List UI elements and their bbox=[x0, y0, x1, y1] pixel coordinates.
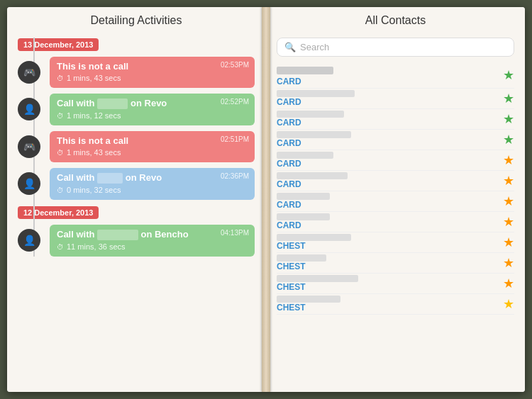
contact-name bbox=[277, 131, 351, 138]
activity-time: 02:53PM bbox=[221, 61, 249, 69]
activity-card-4[interactable]: 02:36PM Call with on Revo ⏱ 0 mins, 32 s… bbox=[50, 168, 255, 200]
activity-icon: 🎮 bbox=[18, 61, 40, 84]
contact-star[interactable]: ★ bbox=[503, 67, 514, 83]
contacts-list: CARD ★ CARD ★ CARD ★ bbox=[277, 62, 514, 315]
clock-icon: ⏱ bbox=[57, 74, 64, 82]
contact-star[interactable]: ★ bbox=[503, 173, 514, 189]
list-item[interactable]: CARD ★ bbox=[277, 130, 514, 150]
contact-tag: CHEST bbox=[277, 282, 499, 292]
activity-card-3[interactable]: 02:51PM This is not a call ⏱ 1 mins, 43 … bbox=[50, 131, 255, 162]
contact-info: CARD bbox=[277, 111, 499, 128]
timeline-item: 👤 02:52PM Call with on Revo ⏱ 1 mins, 12… bbox=[50, 94, 255, 125]
activity-card-5[interactable]: 04:13PM Call with on Bencho ⏱ 11 mins, 3… bbox=[50, 225, 255, 257]
activity-duration: ⏱ 0 mins, 32 secs bbox=[57, 186, 248, 194]
right-page: All Contacts 🔍 Search CARD ★ CARD ★ bbox=[266, 7, 525, 392]
timeline-item: 🎮 02:53PM This is not a call ⏱ 1 mins, 4… bbox=[50, 57, 255, 88]
contact-tag: CARD bbox=[277, 159, 499, 169]
activity-title: This is not a call bbox=[57, 135, 248, 146]
contact-star[interactable]: ★ bbox=[503, 132, 514, 147]
contact-tag: CARD bbox=[277, 118, 499, 128]
contact-star[interactable]: ★ bbox=[503, 91, 514, 106]
activity-time: 04:13PM bbox=[221, 229, 249, 237]
clock-icon: ⏱ bbox=[57, 149, 64, 157]
activity-card-2[interactable]: 02:52PM Call with on Revo ⏱ 1 mins, 12 s… bbox=[50, 94, 255, 125]
activity-title: Call with on Revo bbox=[57, 98, 248, 109]
contact-info: CHEST bbox=[277, 296, 499, 313]
contact-name bbox=[277, 152, 333, 159]
contact-info: CARD bbox=[277, 172, 499, 189]
activity-title: Call with on Bencho bbox=[57, 229, 248, 240]
clock-icon: ⏱ bbox=[57, 112, 64, 120]
contact-tag: CARD bbox=[277, 77, 499, 86]
activity-duration: ⏱ 1 mins, 12 secs bbox=[57, 111, 248, 120]
contact-star[interactable]: ★ bbox=[503, 152, 514, 168]
contact-star[interactable]: ★ bbox=[503, 276, 514, 291]
contact-info: CARD bbox=[277, 131, 499, 148]
left-page: Detailing Activities 13 December, 2013 🎮… bbox=[7, 7, 266, 392]
contact-name bbox=[277, 172, 348, 179]
timeline: 13 December, 2013 🎮 02:53PM This is not … bbox=[18, 38, 255, 257]
list-item[interactable]: CARD ★ bbox=[277, 171, 514, 191]
list-item[interactable]: CARD ★ bbox=[277, 89, 514, 109]
date-badge-2: 12 December, 2013 bbox=[18, 206, 99, 219]
contact-name bbox=[277, 213, 330, 220]
contact-tag: CHEST bbox=[277, 303, 499, 313]
search-bar[interactable]: 🔍 Search bbox=[277, 38, 514, 57]
activity-icon: 👤 bbox=[18, 229, 40, 252]
contact-info: CARD bbox=[277, 90, 499, 107]
book-container: Detailing Activities 13 December, 2013 🎮… bbox=[7, 7, 525, 392]
left-page-title: Detailing Activities bbox=[18, 14, 255, 30]
contact-info: CARD bbox=[277, 213, 499, 230]
contact-tag: CARD bbox=[277, 200, 499, 210]
activity-duration: ⏱ 1 mins, 43 secs bbox=[57, 74, 248, 82]
contact-tag: CARD bbox=[277, 97, 499, 107]
list-item[interactable]: CARD ★ bbox=[277, 150, 514, 171]
date-badge-1: 13 December, 2013 bbox=[18, 38, 99, 51]
activity-icon: 🎮 bbox=[18, 135, 40, 158]
activity-title: This is not a call bbox=[57, 61, 248, 72]
book-spine bbox=[262, 7, 270, 392]
list-item[interactable]: CHEST ★ bbox=[277, 232, 514, 253]
activity-title: Call with on Revo bbox=[57, 172, 248, 184]
contact-star[interactable]: ★ bbox=[503, 111, 514, 127]
list-item[interactable]: CARD ★ bbox=[277, 212, 514, 232]
activity-card-1[interactable]: 02:53PM This is not a call ⏱ 1 mins, 43 … bbox=[50, 57, 255, 88]
contact-info: CHEST bbox=[277, 275, 499, 292]
list-item[interactable]: CHEST ★ bbox=[277, 253, 514, 274]
contact-name bbox=[277, 67, 333, 74]
contact-star[interactable]: ★ bbox=[503, 193, 514, 209]
contact-name bbox=[277, 111, 344, 118]
blurred-name bbox=[97, 230, 138, 240]
timeline-item: 🎮 02:51PM This is not a call ⏱ 1 mins, 4… bbox=[50, 131, 255, 162]
contact-tag: CARD bbox=[277, 138, 499, 148]
activity-time: 02:52PM bbox=[221, 98, 249, 106]
list-item[interactable]: CHEST ★ bbox=[277, 274, 514, 294]
clock-icon: ⏱ bbox=[57, 186, 64, 194]
contact-name bbox=[277, 90, 355, 97]
blurred-name bbox=[97, 99, 128, 109]
contact-info: CHEST bbox=[277, 234, 499, 251]
contact-name bbox=[277, 234, 351, 241]
activity-icon: 👤 bbox=[18, 172, 40, 195]
contact-star[interactable]: ★ bbox=[503, 296, 514, 312]
contact-name bbox=[277, 275, 358, 282]
contact-star[interactable]: ★ bbox=[503, 235, 514, 250]
contact-tag: CHEST bbox=[277, 241, 499, 251]
contact-tag: CARD bbox=[277, 220, 499, 230]
contact-info: CHEST bbox=[277, 254, 499, 271]
timeline-item: 👤 02:36PM Call with on Revo ⏱ 0 mins, 32… bbox=[50, 168, 255, 200]
activity-time: 02:36PM bbox=[221, 172, 249, 180]
contact-info: CARD bbox=[277, 152, 499, 169]
list-item[interactable]: CARD ★ bbox=[277, 191, 514, 212]
timeline-item: 👤 04:13PM Call with on Bencho ⏱ 11 mins,… bbox=[50, 225, 255, 257]
list-item[interactable]: CARD ★ bbox=[277, 109, 514, 130]
contact-star[interactable]: ★ bbox=[503, 214, 514, 230]
list-item[interactable]: CARD ★ bbox=[277, 62, 514, 89]
search-placeholder: Search bbox=[300, 42, 506, 52]
contact-name bbox=[277, 193, 330, 200]
search-icon: 🔍 bbox=[284, 42, 296, 52]
contact-star[interactable]: ★ bbox=[503, 255, 514, 271]
blurred-name bbox=[97, 173, 123, 184]
contact-name bbox=[277, 296, 340, 303]
list-item[interactable]: CHEST ★ bbox=[277, 294, 514, 315]
